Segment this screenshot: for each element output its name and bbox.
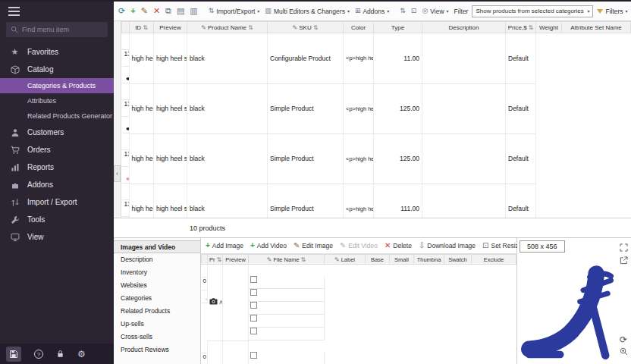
sidebar-item-orders[interactable]: Orders — [0, 141, 114, 158]
expand-rows-button[interactable]: ⊡ — [411, 8, 417, 14]
sidebar-item-related-products-generator[interactable]: Related Products Generator — [0, 108, 114, 124]
column-header-color[interactable]: Color — [344, 22, 374, 33]
filters-label: Filters — [605, 8, 623, 15]
column-header-weight[interactable]: Weight — [536, 22, 562, 33]
tab-cross-sells[interactable]: Cross-sells — [114, 331, 200, 344]
image-row[interactable]: 0/r/e/red_1.jpg — [202, 340, 516, 364]
addons-menu[interactable]: ⊞ Addons ▾ — [355, 8, 389, 15]
row-marker-cell — [202, 340, 208, 353]
refresh-button[interactable]: ⟳ — [118, 7, 125, 15]
import-export-menu[interactable]: ⇅ Import/Export ▾ — [209, 8, 260, 15]
storage-icon[interactable] — [6, 347, 21, 362]
cell-product-id: 13736 — [122, 200, 130, 217]
image-column-header-base[interactable]: Base — [366, 255, 390, 265]
sidebar-item-attributes[interactable]: Attributes — [0, 93, 114, 108]
eye-icon: ◎ — [422, 8, 428, 14]
hamburger-menu-icon[interactable] — [0, 2, 114, 18]
cell-small-checkbox — [249, 289, 325, 302]
chevron-down-icon: ▾ — [347, 8, 350, 14]
column-header-description[interactable]: Description — [422, 22, 506, 33]
sidebar-item-label: Reports — [27, 163, 54, 171]
multi-editors-menu[interactable]: ▥ Multi Editors & Changers ▾ — [265, 8, 350, 15]
sidebar-item-tools[interactable]: Tools — [0, 211, 114, 228]
rotate-icon[interactable]: ⟳ — [620, 335, 627, 344]
products-table-wrap: ID⇅Preview✎Product Name⇅✎SKU⇅ColorTypeDe… — [121, 21, 631, 218]
product-row[interactable]: 13732high heel sandals-blackhigh heel sa… — [122, 83, 631, 133]
settings-gear-icon[interactable]: ⚙ — [77, 350, 86, 359]
product-row[interactable]: 13731high heel sandalshigh heel sandalsb… — [122, 33, 631, 84]
product-row[interactable]: 13733high heel sandals-nudehigh heel san… — [122, 133, 631, 184]
lock-icon[interactable] — [56, 350, 64, 358]
image-column-header-file-name[interactable]: ✎File Name⇅ — [249, 255, 325, 265]
copy-button[interactable]: ⧉ — [165, 7, 171, 15]
sort-ascending-button[interactable]: ⇅ — [400, 8, 406, 14]
tab-images-and-video[interactable]: Images and Video — [114, 240, 200, 253]
tab-up-sells[interactable]: Up-sells — [114, 318, 200, 331]
column-header-type[interactable]: Type — [374, 22, 422, 33]
cell-weight — [422, 33, 506, 84]
exclude-checkbox[interactable] — [250, 328, 257, 334]
zoom-icon[interactable] — [620, 346, 628, 358]
image-column-header-label[interactable]: ✎Label — [325, 255, 366, 265]
edit-video-button[interactable]: ✎ Edit Video — [340, 242, 378, 249]
base-checkbox[interactable] — [250, 352, 257, 359]
sidebar-item-view[interactable]: View — [0, 228, 114, 246]
fullscreen-icon[interactable] — [620, 242, 628, 254]
swatch-checkbox[interactable] — [250, 315, 257, 322]
column-header-product-name[interactable]: ✎Product Name⇅ — [187, 22, 268, 33]
help-icon[interactable]: ? — [34, 350, 43, 359]
panel-splitter[interactable]: ‹ — [114, 21, 121, 218]
edit-image-button[interactable]: ✎ Edit Image — [294, 242, 333, 249]
add-product-button[interactable]: + — [130, 7, 135, 15]
sidebar-item-favorites[interactable]: ★Favorites — [0, 43, 114, 61]
view-menu[interactable]: ◎ View ▾ — [422, 8, 448, 15]
cell-swatch-checkbox — [249, 315, 325, 328]
image-column-header-thumbna[interactable]: Thumbna — [414, 255, 444, 265]
cell-attribute-set: Default — [506, 184, 536, 218]
sidebar-item-customers[interactable]: Customers — [0, 124, 114, 141]
image-column-header-exclude[interactable]: Exclude — [472, 255, 516, 265]
resize-dimensions-field[interactable]: 508 x 456 — [520, 240, 565, 253]
row-marker-cell — [122, 133, 130, 150]
columns-button[interactable]: ▥ — [190, 7, 197, 15]
column-header-id[interactable]: ID⇅ — [130, 22, 154, 33]
filters-button[interactable]: Filters ▾ — [597, 8, 627, 15]
small-checkbox[interactable] — [250, 289, 257, 296]
sidebar-item-addons[interactable]: Addons — [0, 176, 114, 193]
image-column-header-swatch[interactable]: Swatch — [444, 255, 472, 265]
tab-categories[interactable]: Categories — [114, 292, 200, 305]
image-column-header-pr[interactable]: Pr⇅ — [208, 255, 223, 265]
filter-select[interactable]: Show products from selected categories ▾ — [472, 5, 593, 17]
collapse-panel-button[interactable]: ‹ — [114, 165, 121, 182]
delete-product-button[interactable]: ✕ — [153, 7, 160, 15]
tab-inventory[interactable]: Inventory — [114, 266, 200, 279]
edit-product-button[interactable]: ✎ — [141, 7, 148, 15]
column-header-sku[interactable]: ✎SKU⇅ — [268, 22, 344, 33]
tab-product-reviews[interactable]: Product Reviews — [114, 344, 200, 356]
column-header-attribute-set-name[interactable]: Attribute Set Name — [562, 22, 631, 33]
paste-button[interactable]: ▤ — [177, 7, 184, 15]
sidebar-item-catalog[interactable]: Catalog — [0, 61, 114, 78]
column-header-preview[interactable]: Preview — [154, 22, 187, 33]
tab-related-products[interactable]: Related Products — [114, 305, 200, 318]
product-row[interactable]: 13736high heel sandals-black-36high heel… — [122, 184, 631, 218]
image-row[interactable]: 0/w/h/white_1.jpg — [202, 265, 516, 341]
plus-icon: + — [250, 242, 255, 249]
image-column-header-small[interactable]: Small — [390, 255, 414, 265]
column-header-price[interactable]: Price,$⇅ — [506, 22, 536, 33]
thumbnail-checkbox[interactable] — [250, 302, 257, 309]
image-column-header-preview[interactable]: Preview — [223, 255, 249, 265]
sidebar-item-categories-products[interactable]: Categories & Products — [0, 78, 114, 93]
sidebar-item-reports[interactable]: Reports — [0, 158, 114, 176]
sidebar-item-import-export[interactable]: Import / Export — [0, 193, 114, 211]
chevron-down-icon: ▾ — [587, 8, 589, 14]
chevron-down-icon: ▾ — [626, 8, 628, 14]
base-checkbox[interactable] — [250, 276, 257, 283]
add-image-button[interactable]: + Add Image — [206, 242, 243, 249]
tab-description[interactable]: Description — [114, 253, 200, 266]
delete-image-button[interactable]: ✕ Delete — [385, 242, 412, 249]
download-image-button[interactable]: ⇩ Download Image — [419, 242, 476, 249]
tab-websites[interactable]: Websites — [114, 279, 200, 292]
menu-search-input[interactable]: Find menu item — [6, 22, 108, 37]
add-video-button[interactable]: + Add Video — [250, 242, 287, 249]
